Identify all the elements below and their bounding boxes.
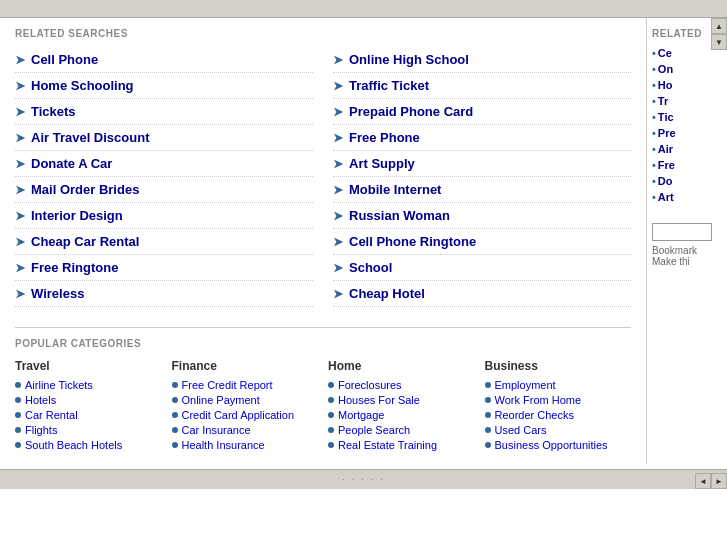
arrow-icon: ➤ [333,157,343,171]
category-link[interactable]: People Search [328,424,475,436]
sidebar-item: •Tr [652,95,722,107]
category-link[interactable]: Car Insurance [172,424,319,436]
search-link[interactable]: Free Phone [349,130,420,145]
scroll-right-button[interactable]: ► [711,473,727,489]
search-link[interactable]: Cheap Car Rental [31,234,139,249]
category-link[interactable]: Free Credit Report [172,379,319,391]
category-link[interactable]: Health Insurance [172,439,319,451]
search-link[interactable]: Interior Design [31,208,123,223]
category-link[interactable]: Hotels [15,394,162,406]
bullet [485,442,491,448]
search-link[interactable]: Cheap Hotel [349,286,425,301]
bullet [172,427,178,433]
sidebar-link[interactable]: On [658,63,673,75]
search-link[interactable]: Mobile Internet [349,182,441,197]
category-link[interactable]: Foreclosures [328,379,475,391]
sidebar-bullet: • [652,95,656,107]
category-link[interactable]: Flights [15,424,162,436]
bookmark-line2: Make thi [652,256,722,267]
search-item: ➤Home Schooling [15,73,313,99]
bullet [328,442,334,448]
search-item: ➤Russian Woman [333,203,631,229]
sidebar-link[interactable]: Tic [658,111,674,123]
sidebar-item: •Do [652,175,722,187]
search-link[interactable]: Air Travel Discount [31,130,149,145]
search-link[interactable]: Online High School [349,52,469,67]
category-title: Home [328,359,475,373]
bookmark-area: Bookmark Make thi [652,223,722,267]
search-item: ➤Free Phone [333,125,631,151]
category-title: Finance [172,359,319,373]
category-link[interactable]: Airline Tickets [15,379,162,391]
arrow-icon: ➤ [333,105,343,119]
category-link[interactable]: Business Opportunities [485,439,632,451]
search-link[interactable]: Mail Order Brides [31,182,139,197]
category-link[interactable]: Online Payment [172,394,319,406]
related-searches-label: RELATED SEARCHES [15,28,631,39]
bottom-bar: · · · · · ◄ ► [0,469,727,489]
scroll-left-button[interactable]: ◄ [695,473,711,489]
category-link[interactable]: Mortgage [328,409,475,421]
sidebar-link[interactable]: Pre [658,127,676,139]
search-item: ➤Interior Design [15,203,313,229]
search-item: ➤Prepaid Phone Card [333,99,631,125]
category-col: TravelAirline TicketsHotelsCar RentalFli… [15,359,162,454]
search-link[interactable]: School [349,260,392,275]
arrow-icon: ➤ [333,209,343,223]
category-title: Business [485,359,632,373]
search-link[interactable]: Prepaid Phone Card [349,104,473,119]
sidebar-link[interactable]: Art [658,191,674,203]
sidebar-item: •Pre [652,127,722,139]
search-item: ➤Donate A Car [15,151,313,177]
sidebar-link[interactable]: Air [658,143,673,155]
bullet [172,382,178,388]
scroll-up-button[interactable]: ▲ [711,18,727,34]
search-item: ➤Air Travel Discount [15,125,313,151]
sidebar-link[interactable]: Fre [658,159,675,171]
sidebar-link[interactable]: Ce [658,47,672,59]
scroll-down-button[interactable]: ▼ [711,34,727,50]
category-link[interactable]: South Beach Hotels [15,439,162,451]
category-link[interactable]: Reorder Checks [485,409,632,421]
search-link[interactable]: Free Ringtone [31,260,118,275]
search-link[interactable]: Cell Phone [31,52,98,67]
top-bar [0,0,727,18]
category-col: HomeForeclosuresHouses For SaleMortgageP… [328,359,475,454]
search-link[interactable]: Donate A Car [31,156,112,171]
sidebar-link[interactable]: Tr [658,95,668,107]
sidebar-bullet: • [652,159,656,171]
bullet [172,442,178,448]
sidebar-item: •Fre [652,159,722,171]
arrow-icon: ➤ [15,183,25,197]
category-link[interactable]: Real Estate Training [328,439,475,451]
category-link[interactable]: Car Rental [15,409,162,421]
hscroll-arrows: ◄ ► [695,473,727,489]
bookmark-input[interactable] [652,223,712,241]
category-link[interactable]: Houses For Sale [328,394,475,406]
category-link[interactable]: Credit Card Application [172,409,319,421]
search-item: ➤Mail Order Brides [15,177,313,203]
search-item: ➤Cell Phone [15,47,313,73]
bullet [172,412,178,418]
arrow-icon: ➤ [15,131,25,145]
search-link[interactable]: Cell Phone Ringtone [349,234,476,249]
category-link[interactable]: Employment [485,379,632,391]
category-link[interactable]: Work From Home [485,394,632,406]
search-link[interactable]: Traffic Ticket [349,78,429,93]
search-link[interactable]: Art Supply [349,156,415,171]
search-link[interactable]: Home Schooling [31,78,134,93]
popular-grid: TravelAirline TicketsHotelsCar RentalFli… [15,359,631,454]
search-item: ➤Wireless [15,281,313,307]
sidebar-link[interactable]: Ho [658,79,673,91]
search-link[interactable]: Tickets [31,104,76,119]
search-link[interactable]: Russian Woman [349,208,450,223]
arrow-icon: ➤ [333,131,343,145]
arrow-icon: ➤ [15,79,25,93]
category-col: FinanceFree Credit ReportOnline PaymentC… [172,359,319,454]
sidebar-bullet: • [652,111,656,123]
arrow-icon: ➤ [15,53,25,67]
main-content: RELATED SEARCHES ➤Cell Phone➤Home School… [0,18,647,464]
category-link[interactable]: Used Cars [485,424,632,436]
sidebar-link[interactable]: Do [658,175,673,187]
search-link[interactable]: Wireless [31,286,84,301]
